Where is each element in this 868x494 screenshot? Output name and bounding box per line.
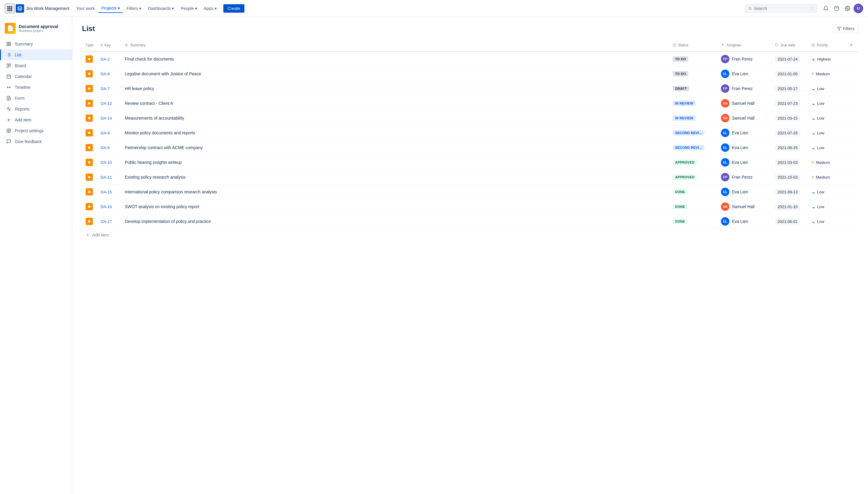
- filters-button[interactable]: Filters: [833, 24, 858, 33]
- assignee-name: Fran Perez: [732, 175, 753, 179]
- svg-rect-50: [88, 176, 90, 178]
- row-summary: HR leave policy: [125, 86, 154, 91]
- row-duedate: 2021-05-17: [775, 86, 800, 92]
- topnav-icons: U: [821, 4, 863, 13]
- row-key[interactable]: DA-9: [101, 146, 110, 150]
- svg-rect-11: [7, 42, 8, 44]
- th-priority: Priority: [808, 39, 844, 52]
- help-button[interactable]: [832, 4, 842, 13]
- table-row: DA-10Public hearing insights writeupAPPR…: [82, 155, 858, 170]
- sidebar-item-label: Give feedback: [15, 139, 42, 144]
- row-assignee: SH Samuel Hall: [721, 99, 768, 108]
- row-duedate: 2021-09-13: [775, 189, 800, 195]
- assignee-avatar: EL: [721, 144, 730, 152]
- nav-people[interactable]: People ▾: [178, 4, 200, 13]
- row-assignee: SH Samuel Hall: [721, 114, 768, 122]
- row-key[interactable]: DA-15: [101, 190, 112, 194]
- row-status: DONE: [673, 189, 687, 195]
- filter-icon: [837, 26, 841, 31]
- svg-rect-13: [7, 44, 8, 46]
- nav-your-work[interactable]: Your work: [73, 4, 98, 13]
- svg-point-10: [847, 7, 848, 9]
- svg-rect-46: [88, 117, 90, 119]
- sidebar-item-timeline[interactable]: Timeline: [0, 82, 72, 93]
- sidebar: 📄 Document approval Business project Sum…: [0, 17, 72, 494]
- task-type-icon: [86, 70, 93, 77]
- sidebar-item-project-settings[interactable]: Project settings: [0, 125, 72, 136]
- row-duedate: 2021-03-03: [775, 159, 800, 166]
- row-key[interactable]: DA-8: [101, 72, 110, 76]
- nav-filters[interactable]: Filters ▾: [124, 4, 144, 13]
- row-priority: ≡ Medium: [811, 71, 840, 77]
- row-key[interactable]: DA-9: [101, 131, 110, 135]
- assignee-col-icon: [721, 43, 724, 47]
- sidebar-project-header: 📄 Document approval Business project: [0, 20, 72, 39]
- row-key[interactable]: DA-7: [101, 87, 110, 91]
- search-box[interactable]: /: [745, 4, 817, 13]
- svg-rect-45: [88, 102, 90, 104]
- row-key[interactable]: DA-2: [101, 57, 110, 61]
- assignee-name: Eva Lien: [732, 145, 748, 150]
- row-summary: International policy comparison research…: [125, 189, 217, 194]
- nav-projects[interactable]: Projects ▾: [98, 4, 123, 13]
- svg-rect-53: [88, 221, 90, 223]
- row-key[interactable]: DA-11: [101, 175, 112, 179]
- sidebar-item-board[interactable]: Board: [0, 60, 72, 71]
- row-summary: Final check for documents: [125, 57, 174, 61]
- svg-rect-2: [11, 6, 12, 7]
- priority-label: Low: [817, 131, 824, 135]
- priority-icon: ⌄: [811, 145, 815, 151]
- priority-label: Low: [817, 87, 824, 91]
- sidebar-item-add-item[interactable]: Add item: [0, 114, 72, 125]
- row-key[interactable]: DA-14: [101, 116, 112, 120]
- settings-icon: [6, 128, 12, 134]
- svg-rect-49: [88, 162, 90, 164]
- th-type: Type: [82, 39, 97, 52]
- priority-icon: ≡: [811, 71, 814, 77]
- grid-menu-icon[interactable]: [5, 4, 15, 13]
- priority-label: Low: [817, 219, 824, 224]
- svg-rect-7: [9, 10, 11, 11]
- logo[interactable]: Jira Work Management: [16, 4, 69, 13]
- row-summary: Review contract - Client A: [125, 101, 173, 106]
- assignee-avatar: EL: [721, 158, 730, 167]
- sidebar-item-reports[interactable]: Reports: [0, 103, 72, 114]
- row-summary: Legalise document with Justice of Peace: [125, 71, 201, 76]
- search-input[interactable]: [754, 6, 808, 11]
- row-key[interactable]: DA-10: [101, 160, 112, 165]
- sidebar-item-label: Form: [15, 96, 25, 101]
- row-key[interactable]: DA-12: [101, 101, 112, 106]
- add-column-button[interactable]: +: [848, 42, 855, 49]
- table-row: DA-9Monitor policy documents and reports…: [82, 126, 858, 140]
- assignee-avatar: EL: [721, 70, 730, 78]
- nav-dashboards[interactable]: Dashboards ▾: [145, 4, 177, 13]
- row-key[interactable]: DA-17: [101, 219, 112, 224]
- add-item-label: Add item: [92, 232, 109, 238]
- svg-rect-3: [7, 8, 9, 10]
- sidebar-item-give-feedback[interactable]: Give feedback: [0, 136, 72, 147]
- row-duedate: 2021-06-25: [775, 145, 800, 151]
- sidebar-item-label: Project settings: [15, 128, 44, 133]
- row-priority: ⌄ Low: [811, 101, 840, 106]
- assignee-name: Samuel Hall: [732, 101, 754, 106]
- sidebar-item-form[interactable]: Form: [0, 93, 72, 103]
- row-status: DRAFT: [673, 86, 689, 91]
- row-key[interactable]: DA-16: [101, 205, 112, 209]
- create-button[interactable]: Create: [223, 4, 244, 13]
- row-duedate: 2021-03-15: [775, 115, 800, 121]
- project-type: Business project: [19, 29, 67, 33]
- task-type-icon: [86, 129, 93, 136]
- sidebar-item-summary[interactable]: Summary: [0, 39, 72, 50]
- sidebar-item-calendar[interactable]: Calendar: [0, 71, 72, 82]
- settings-button[interactable]: [843, 4, 852, 13]
- add-item-row[interactable]: Add item: [82, 229, 858, 241]
- priority-icon: ⌄: [811, 130, 815, 136]
- user-avatar[interactable]: U: [853, 4, 863, 13]
- sidebar-item-list[interactable]: List: [0, 50, 72, 60]
- main-header: List Filters: [82, 24, 858, 33]
- nav-apps[interactable]: Apps ▾: [201, 4, 220, 13]
- notifications-button[interactable]: [821, 4, 831, 13]
- row-assignee: EL Eva Lien: [721, 158, 768, 167]
- th-summary: Summary: [121, 39, 669, 52]
- row-assignee: EL Eva Lien: [721, 129, 768, 137]
